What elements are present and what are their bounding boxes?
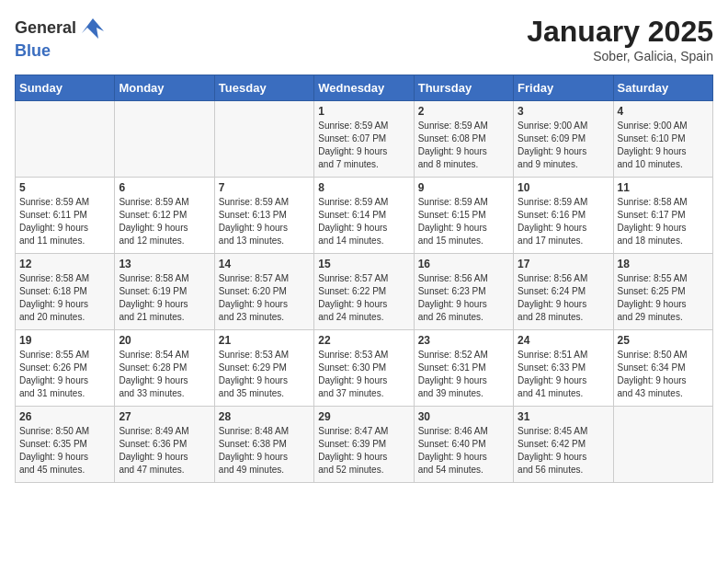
calendar-cell: 4Sunrise: 9:00 AM Sunset: 6:10 PM Daylig… [613, 101, 712, 178]
day-number: 3 [518, 105, 609, 118]
calendar-body: 1Sunrise: 8:59 AM Sunset: 6:07 PM Daylig… [16, 101, 713, 483]
day-header-thursday: Thursday [414, 75, 513, 101]
calendar-cell: 9Sunrise: 8:59 AM Sunset: 6:15 PM Daylig… [414, 178, 513, 254]
day-info: Sunrise: 8:56 AM Sunset: 6:24 PM Dayligh… [518, 272, 609, 324]
day-info: Sunrise: 8:58 AM Sunset: 6:19 PM Dayligh… [119, 272, 210, 324]
day-info: Sunrise: 8:53 AM Sunset: 6:29 PM Dayligh… [219, 349, 310, 400]
calendar-cell: 29Sunrise: 8:47 AM Sunset: 6:39 PM Dayli… [314, 407, 414, 483]
week-row-1: 1Sunrise: 8:59 AM Sunset: 6:07 PM Daylig… [16, 101, 713, 178]
day-number: 8 [318, 181, 409, 194]
svg-marker-0 [82, 18, 104, 39]
calendar-cell: 18Sunrise: 8:55 AM Sunset: 6:25 PM Dayli… [613, 254, 712, 330]
calendar-cell: 16Sunrise: 8:56 AM Sunset: 6:23 PM Dayli… [414, 254, 513, 330]
calendar-subtitle: Sober, Galicia, Spain [527, 49, 713, 63]
calendar-cell: 10Sunrise: 8:59 AM Sunset: 6:16 PM Dayli… [514, 178, 613, 254]
day-number: 19 [19, 334, 110, 347]
day-number: 7 [219, 181, 310, 194]
day-number: 28 [219, 410, 310, 423]
day-number: 14 [219, 258, 310, 270]
calendar-header-row: SundayMondayTuesdayWednesdayThursdayFrid… [16, 75, 713, 101]
day-number: 27 [119, 410, 210, 423]
day-info: Sunrise: 8:59 AM Sunset: 6:12 PM Dayligh… [119, 196, 210, 247]
calendar-cell: 5Sunrise: 8:59 AM Sunset: 6:11 PM Daylig… [16, 178, 115, 254]
calendar-cell: 19Sunrise: 8:55 AM Sunset: 6:26 PM Dayli… [16, 330, 115, 407]
calendar-cell: 7Sunrise: 8:59 AM Sunset: 6:13 PM Daylig… [214, 178, 313, 254]
day-number: 17 [518, 258, 609, 270]
logo-general: General [15, 19, 76, 38]
week-row-2: 5Sunrise: 8:59 AM Sunset: 6:11 PM Daylig… [16, 178, 713, 254]
day-number: 30 [418, 410, 509, 423]
day-header-saturday: Saturday [613, 75, 712, 101]
calendar-cell: 31Sunrise: 8:45 AM Sunset: 6:42 PM Dayli… [514, 407, 613, 483]
day-number: 6 [119, 181, 210, 194]
day-info: Sunrise: 8:59 AM Sunset: 6:14 PM Dayligh… [318, 196, 409, 247]
day-info: Sunrise: 8:50 AM Sunset: 6:35 PM Dayligh… [19, 425, 110, 477]
calendar-cell: 8Sunrise: 8:59 AM Sunset: 6:14 PM Daylig… [314, 178, 414, 254]
calendar-cell: 21Sunrise: 8:53 AM Sunset: 6:29 PM Dayli… [214, 330, 313, 407]
calendar-cell: 6Sunrise: 8:59 AM Sunset: 6:12 PM Daylig… [115, 178, 214, 254]
day-info: Sunrise: 9:00 AM Sunset: 6:10 PM Dayligh… [618, 120, 709, 171]
calendar-cell: 11Sunrise: 8:58 AM Sunset: 6:17 PM Dayli… [613, 178, 712, 254]
day-info: Sunrise: 8:55 AM Sunset: 6:26 PM Dayligh… [19, 349, 110, 400]
calendar-cell: 23Sunrise: 8:52 AM Sunset: 6:31 PM Dayli… [414, 330, 513, 407]
day-number: 2 [418, 105, 509, 118]
day-header-tuesday: Tuesday [214, 75, 313, 101]
calendar-cell [115, 101, 214, 178]
calendar-table: SundayMondayTuesdayWednesdayThursdayFrid… [15, 75, 713, 483]
day-info: Sunrise: 8:55 AM Sunset: 6:25 PM Dayligh… [618, 272, 709, 324]
day-number: 23 [418, 334, 509, 347]
day-info: Sunrise: 8:49 AM Sunset: 6:36 PM Dayligh… [119, 425, 210, 477]
week-row-3: 12Sunrise: 8:58 AM Sunset: 6:18 PM Dayli… [16, 254, 713, 330]
page-header: General Blue January 2025 Sober, Galicia… [15, 15, 713, 63]
day-number: 1 [318, 105, 409, 118]
week-row-5: 26Sunrise: 8:50 AM Sunset: 6:35 PM Dayli… [16, 407, 713, 483]
calendar-cell: 26Sunrise: 8:50 AM Sunset: 6:35 PM Dayli… [16, 407, 115, 483]
calendar-cell: 14Sunrise: 8:57 AM Sunset: 6:20 PM Dayli… [214, 254, 313, 330]
day-info: Sunrise: 8:51 AM Sunset: 6:33 PM Dayligh… [518, 349, 609, 400]
day-info: Sunrise: 8:57 AM Sunset: 6:20 PM Dayligh… [219, 272, 310, 324]
calendar-cell: 20Sunrise: 8:54 AM Sunset: 6:28 PM Dayli… [115, 330, 214, 407]
day-number: 5 [19, 181, 110, 194]
day-info: Sunrise: 8:59 AM Sunset: 6:11 PM Dayligh… [19, 196, 110, 247]
day-info: Sunrise: 8:48 AM Sunset: 6:38 PM Dayligh… [219, 425, 310, 477]
day-info: Sunrise: 8:59 AM Sunset: 6:15 PM Dayligh… [418, 196, 509, 247]
day-number: 26 [19, 410, 110, 423]
calendar-cell [214, 101, 313, 178]
day-number: 22 [318, 334, 409, 347]
day-number: 11 [618, 181, 709, 194]
calendar-cell: 1Sunrise: 8:59 AM Sunset: 6:07 PM Daylig… [314, 101, 414, 178]
day-info: Sunrise: 8:45 AM Sunset: 6:42 PM Dayligh… [518, 425, 609, 477]
day-info: Sunrise: 8:54 AM Sunset: 6:28 PM Dayligh… [119, 349, 210, 400]
calendar-cell: 3Sunrise: 9:00 AM Sunset: 6:09 PM Daylig… [514, 101, 613, 178]
day-info: Sunrise: 8:59 AM Sunset: 6:08 PM Dayligh… [418, 120, 509, 171]
calendar-cell: 2Sunrise: 8:59 AM Sunset: 6:08 PM Daylig… [414, 101, 513, 178]
day-info: Sunrise: 8:59 AM Sunset: 6:13 PM Dayligh… [219, 196, 310, 247]
calendar-cell: 27Sunrise: 8:49 AM Sunset: 6:36 PM Dayli… [115, 407, 214, 483]
title-block: January 2025 Sober, Galicia, Spain [527, 15, 713, 63]
day-number: 15 [318, 258, 409, 270]
day-info: Sunrise: 9:00 AM Sunset: 6:09 PM Dayligh… [518, 120, 609, 171]
calendar-cell: 13Sunrise: 8:58 AM Sunset: 6:19 PM Dayli… [115, 254, 214, 330]
day-number: 12 [19, 258, 110, 270]
calendar-cell [613, 407, 712, 483]
day-number: 31 [518, 410, 609, 423]
day-header-wednesday: Wednesday [314, 75, 414, 101]
day-info: Sunrise: 8:46 AM Sunset: 6:40 PM Dayligh… [418, 425, 509, 477]
day-number: 21 [219, 334, 310, 347]
day-info: Sunrise: 8:58 AM Sunset: 6:17 PM Dayligh… [618, 196, 709, 247]
calendar-title: January 2025 [527, 15, 713, 49]
day-info: Sunrise: 8:57 AM Sunset: 6:22 PM Dayligh… [318, 272, 409, 324]
day-info: Sunrise: 8:52 AM Sunset: 6:31 PM Dayligh… [418, 349, 509, 400]
calendar-cell: 24Sunrise: 8:51 AM Sunset: 6:33 PM Dayli… [514, 330, 613, 407]
day-info: Sunrise: 8:59 AM Sunset: 6:16 PM Dayligh… [518, 196, 609, 247]
day-header-sunday: Sunday [16, 75, 115, 101]
day-number: 25 [618, 334, 709, 347]
logo-icon [78, 15, 106, 42]
calendar-cell [16, 101, 115, 178]
day-number: 13 [119, 258, 210, 270]
calendar-cell: 15Sunrise: 8:57 AM Sunset: 6:22 PM Dayli… [314, 254, 414, 330]
day-info: Sunrise: 8:50 AM Sunset: 6:34 PM Dayligh… [618, 349, 709, 400]
calendar-cell: 30Sunrise: 8:46 AM Sunset: 6:40 PM Dayli… [414, 407, 513, 483]
day-info: Sunrise: 8:59 AM Sunset: 6:07 PM Dayligh… [318, 120, 409, 171]
logo: General Blue [15, 15, 106, 61]
